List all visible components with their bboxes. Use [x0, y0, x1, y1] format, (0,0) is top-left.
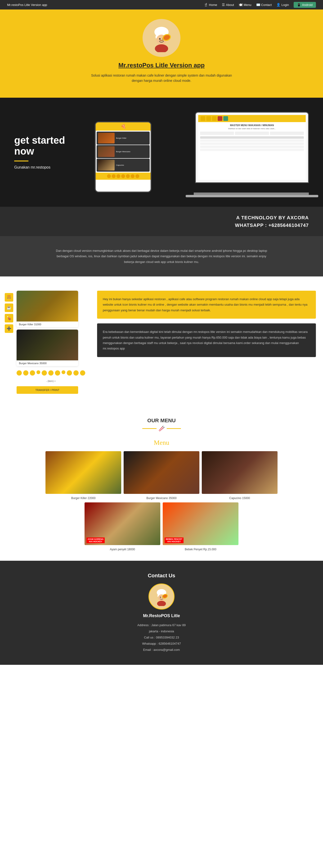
table-row-4 — [200, 149, 304, 151]
app-main-area: Burger Killer 31000 Burger Mexicano 3500… — [16, 291, 85, 394]
menu-item-burger-killer: Burger Killer 22000 — [45, 451, 121, 500]
ayam-overlay-text: AYAM GORENGHAI HOCKEY — [86, 537, 105, 543]
tablet-food-img-1 — [98, 133, 115, 144]
laptop-base — [186, 195, 318, 197]
dot-5 — [42, 370, 47, 376]
home-icon: 🍴 — [204, 3, 208, 7]
contact-call: Call us : 08953394032 23 — [5, 634, 318, 641]
food-card-2: Burger Mexicano 35000 — [16, 330, 78, 366]
dot-4 — [36, 370, 40, 374]
dot-9 — [67, 370, 72, 376]
nav-side-coffee: ☕ — [5, 304, 13, 312]
contact-heading: Contact Us — [5, 572, 318, 579]
tablet-menu-item-3: Capucino — [97, 159, 150, 172]
svg-rect-12 — [159, 590, 164, 593]
chef-illustration — [147, 24, 176, 52]
transfer-print-button[interactable]: TRANSFER / PRINT — [16, 386, 78, 394]
get-started-section: get started now Gunakan mr.restopos 🍕 Bu… — [0, 98, 323, 207]
contact-city: jakarta - indonesia — [5, 628, 318, 634]
menu-img-capucino — [202, 451, 278, 494]
panel-dark: Era kebebasan dan kemerdekaan digital ki… — [97, 323, 316, 357]
tablet-food-label-3: Capucino — [116, 164, 124, 166]
cart-dot-1 — [107, 174, 111, 178]
laptop-icons — [201, 116, 228, 121]
contact-icon: ✉️ — [256, 3, 260, 7]
app-cart-dots — [16, 370, 85, 376]
menu-item-capucino: Capucino 15000 — [202, 451, 278, 500]
divider-line-left — [142, 428, 156, 429]
ls-icon-4 — [218, 116, 222, 121]
table-row-2 — [200, 143, 304, 145]
tablet-menu-list: Burger Killer Burger Mexicano Capucino — [96, 131, 151, 173]
menu-label-burger-mexicano: Burger Mexicano 35000 — [146, 496, 176, 500]
tech-line1: A TECHNOLOGY BY AXCORA — [14, 214, 309, 221]
tablet-logo: 🍕 — [120, 124, 126, 129]
svg-point-13 — [160, 597, 161, 598]
laptop-mockup: MASTER MENU MAKANAN / MINUMAN Silahkan i… — [195, 112, 309, 183]
menu-item-burger-mexicano: Burger Mexicano 35000 — [123, 451, 200, 500]
tablet-footer — [96, 173, 151, 180]
table-row-3 — [200, 146, 304, 148]
menu-label-ayam-goreng: Ayam penyét 18000 — [110, 548, 135, 551]
svg-point-6 — [155, 44, 168, 52]
menu-grid: Burger Killer 22000 Burger Mexicano 3500… — [31, 451, 292, 551]
app-demo-area: 🍔 ☕ 🍗 ➕ Burger Killer 31000 Burger Mexic… — [0, 286, 90, 399]
dot-1 — [16, 370, 22, 376]
food-card-1: Burger Killer 31000 — [16, 291, 78, 327]
laptop-table-area: MASTER MENU MAKANAN / MINUMAN Silahkan i… — [198, 122, 306, 180]
dot-10 — [73, 370, 79, 376]
rolling-pin-icon: 🥢 — [158, 426, 165, 432]
nav-home[interactable]: 🍴 Home — [204, 3, 217, 7]
laptop-screen-header — [198, 115, 306, 122]
get-started-subtext: Gunakan mr.restopos — [14, 165, 76, 169]
quantity-row: - (item) + — [16, 380, 85, 382]
panel-yellow: Hey ini bukan hanya sekedar aplikasi res… — [97, 291, 316, 319]
tablet-mockup: 🍕 Burger Killer Burger Mexicano Capucino — [95, 121, 151, 192]
contact-logo — [148, 584, 175, 610]
nav-contact[interactable]: ✉️ Contact — [256, 3, 272, 7]
cloud-info-text: Dan dengan cloud version memungkinkan un… — [55, 248, 268, 265]
dot-7 — [55, 370, 60, 376]
menu-script-label: Menu — [5, 439, 318, 446]
navbar-links: 🍴 Home ☰ About 🍽️ Menu ✉️ Contact 👤 Logi… — [204, 2, 316, 8]
cart-dot-3 — [116, 174, 120, 178]
bebek-img-wrapper: BEBEK PENYETHAI HOCKEY — [163, 502, 239, 545]
nav-about[interactable]: ☰ About — [222, 3, 234, 7]
navbar-brand: Mr.restoPos Litle Version app — [7, 3, 47, 7]
nav-menu[interactable]: 🍽️ Menu — [239, 3, 251, 7]
laptop-filter-bar — [200, 132, 304, 135]
menu-label-bebek-penyet: Bebek Penyet Rp.15.000 — [185, 548, 216, 551]
panel-dark-text: Era kebebasan dan kemerdekaan digital ki… — [103, 329, 310, 351]
contact-whatsapp: Whatsapp : 6285646104747 — [5, 641, 318, 647]
contact-email: Email : axcora@gmail.com — [5, 647, 318, 653]
contact-address: Address : Jalan patimura 67 kav 89 — [5, 622, 318, 628]
dot-11 — [80, 370, 85, 376]
tech-section: A TECHNOLOGY BY AXCORA WHATSAPP : +62856… — [0, 207, 323, 236]
android-button[interactable]: 📱 Android — [294, 2, 316, 8]
dot-2 — [23, 370, 28, 376]
tablet-food-img-2 — [98, 146, 115, 157]
devices-area: 🍕 Burger Killer Burger Mexicano Capucino — [85, 107, 309, 197]
tablet-screen: 🍕 Burger Killer Burger Mexicano Capucino — [96, 122, 151, 192]
bebek-overlay-text: BEBEK PENYETHAI HOCKEY — [165, 537, 183, 543]
login-icon: 👤 — [276, 3, 280, 7]
nav-login[interactable]: 👤 Login — [276, 3, 289, 7]
ayam-img-wrapper: AYAM GORENGHAI HOCKEY — [84, 502, 160, 545]
ls-icon-2 — [206, 116, 211, 121]
hero-title: Mr.restoPos Litle Version app — [5, 62, 318, 69]
laptop-table-title: MASTER MENU MAKANAN / MINUMAN — [200, 124, 304, 127]
filter-item-3 — [270, 132, 304, 135]
cart-dot-2 — [112, 174, 115, 178]
ls-icon-5 — [223, 116, 228, 121]
cart-dot-7 — [136, 174, 139, 178]
food-label-1: Burger Killer 31000 — [16, 321, 78, 327]
heading-underline — [14, 160, 28, 161]
tablet-food-label-1: Burger Killer — [116, 137, 127, 139]
tablet-menu-item-1: Burger Killer — [97, 132, 150, 145]
menu-divider: 🥢 — [5, 426, 318, 432]
cart-dot-4 — [121, 174, 125, 178]
divider-line-right — [167, 428, 181, 429]
food-img-1 — [16, 291, 78, 321]
contact-footer: Contact Us Mr.RestoPOS Litle Address : J… — [0, 561, 323, 665]
contact-info: Address : Jalan patimura 67 kav 89 jakar… — [5, 622, 318, 653]
